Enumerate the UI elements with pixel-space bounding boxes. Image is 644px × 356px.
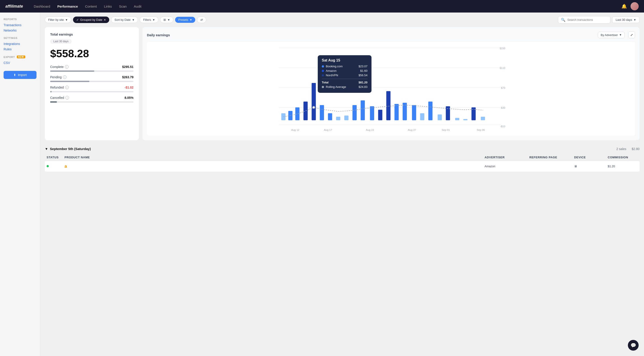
- pending-progress: [50, 81, 134, 82]
- search-icon: 🔍: [561, 18, 566, 22]
- nav-dashboard[interactable]: Dashboard: [34, 4, 50, 8]
- expand-chart-button[interactable]: ⤢: [628, 31, 635, 38]
- svg-text:$70: $70: [501, 87, 506, 89]
- chevron-down-icon: ▼: [190, 18, 192, 21]
- svg-rect-15: [320, 105, 324, 120]
- svg-rect-14: [312, 83, 316, 120]
- complete-progress: [50, 70, 134, 72]
- pending-label: Pending i: [50, 75, 66, 79]
- info-icon[interactable]: i: [65, 65, 68, 69]
- table-row: a Amazon 🖥 $1.20: [45, 161, 640, 172]
- transactions-section: ▼ September 5th (Saturday) 2 sales $2.80…: [45, 144, 640, 172]
- svg-text:Sep 01: Sep 01: [442, 129, 450, 131]
- svg-rect-24: [394, 104, 399, 120]
- svg-point-35: [312, 106, 315, 108]
- sidebar-item-rules[interactable]: Rules: [4, 46, 36, 52]
- sort-by-date-button[interactable]: Sort by Date ▼: [111, 16, 138, 23]
- col-header-referring: Referring Page: [528, 156, 572, 159]
- chart-header: Daily earnings By Advertiser ▼ ⤢: [147, 31, 635, 38]
- svg-rect-16: [328, 113, 332, 120]
- nav-scan[interactable]: Scan: [119, 4, 126, 8]
- settings-icon-button[interactable]: ⇄: [197, 16, 206, 23]
- svg-rect-32: [463, 119, 468, 120]
- close-icon[interactable]: ✕: [104, 18, 106, 21]
- search-box: 🔍: [558, 16, 610, 23]
- svg-rect-20: [361, 100, 365, 120]
- earnings-panel: Total earnings Last 30 days $558.28 Comp…: [45, 27, 139, 140]
- info-icon[interactable]: i: [63, 75, 66, 79]
- nav-audit[interactable]: Audit: [134, 4, 142, 8]
- import-button[interactable]: ⬆ Import: [4, 71, 36, 79]
- sidebar-item-transactions[interactable]: Transactions: [4, 22, 36, 28]
- export-section-title: EXPORT NEW: [4, 55, 36, 58]
- complete-value: $295.51: [122, 65, 134, 69]
- chevron-down-icon: ▼: [65, 18, 68, 21]
- nav-links[interactable]: Links: [104, 4, 112, 8]
- svg-rect-12: [295, 107, 300, 120]
- table-header: Status Product name Advertiser Referring…: [45, 154, 640, 161]
- expand-icon: ⤢: [630, 33, 633, 37]
- row-commission: $1.20: [606, 165, 640, 168]
- row-advertiser: Amazon: [483, 165, 528, 168]
- chart-tooltip: Sat Aug 15 Booking.com $23.07 Amazon: [318, 55, 372, 93]
- col-header-status: Status: [45, 156, 63, 159]
- top-nav: affilimate Dashboard Performance Content…: [0, 0, 644, 12]
- svg-text:$150: $150: [500, 47, 505, 50]
- refunded-label: Refunded i: [50, 86, 69, 89]
- col-header-product: Product name: [63, 156, 483, 159]
- grouped-by-date-button[interactable]: ✓ Grouped by Date ✕: [73, 16, 109, 23]
- group-sales: 2 sales: [616, 147, 626, 151]
- import-label: Import: [18, 73, 27, 77]
- logo: affilimate: [5, 4, 23, 9]
- chart-svg: $150 $110 $70 $30 -$10: [150, 44, 632, 133]
- svg-rect-23: [386, 91, 390, 120]
- total-amount: $558.28: [50, 47, 134, 60]
- sliders-icon: ⇄: [200, 18, 203, 21]
- svg-text:Sep 06: Sep 06: [477, 129, 485, 131]
- sidebar-item-integrations[interactable]: Integrations: [4, 41, 36, 46]
- columns-button[interactable]: ⊞ ▼: [160, 16, 173, 23]
- complete-label: Complete i: [50, 65, 68, 69]
- row-status: [45, 165, 63, 168]
- nav-performance[interactable]: Performance: [57, 4, 78, 8]
- notification-bell-icon[interactable]: 🔔: [622, 3, 627, 9]
- info-icon[interactable]: i: [65, 86, 69, 89]
- by-advertiser-button[interactable]: By Advertiser ▼: [598, 32, 625, 38]
- chevron-down-icon: ▼: [167, 18, 170, 21]
- svg-text:Aug 17: Aug 17: [324, 129, 332, 131]
- main-layout: REPORTS Transactions Networks SETTINGS I…: [0, 12, 644, 356]
- cancelled-value: 8.05%: [124, 96, 134, 100]
- search-input[interactable]: [567, 18, 608, 21]
- avatar[interactable]: [630, 2, 639, 10]
- sidebar-item-networks[interactable]: Networks: [4, 28, 36, 33]
- date-range-button[interactable]: Last 30 days ▼: [612, 16, 640, 23]
- chevron-down-icon: ▼: [634, 18, 636, 21]
- filter-by-site-button[interactable]: Filter by site ▼: [45, 16, 71, 23]
- date-group-header[interactable]: ▼ September 5th (Saturday) 2 sales $2.80: [45, 144, 640, 154]
- svg-text:Aug 22: Aug 22: [366, 129, 374, 131]
- tooltip-total: Total $81.20: [322, 79, 368, 84]
- chevron-down-icon: ▼: [132, 18, 134, 21]
- sidebar: REPORTS Transactions Networks SETTINGS I…: [0, 12, 40, 356]
- cancelled-label: Cancelled i: [50, 96, 69, 100]
- svg-rect-29: [438, 115, 442, 120]
- tooltip-rolling: Rolling Average $24.83: [322, 85, 368, 89]
- stat-row-pending: Pending i $263.79: [50, 75, 134, 79]
- panels-row: Total earnings Last 30 days $558.28 Comp…: [45, 27, 640, 140]
- col-header-advertiser: Advertiser: [483, 156, 528, 159]
- sidebar-item-csv[interactable]: CSV: [4, 60, 36, 65]
- info-icon[interactable]: i: [66, 96, 69, 100]
- chat-bubble-button[interactable]: 💬: [628, 340, 639, 351]
- svg-text:$110: $110: [500, 67, 505, 69]
- nav-right: 🔔: [622, 2, 639, 10]
- svg-rect-21: [370, 106, 374, 120]
- stat-row-cancelled: Cancelled i 8.05%: [50, 96, 134, 100]
- col-header-commission: Commission: [606, 156, 640, 159]
- svg-text:Aug 27: Aug 27: [408, 129, 416, 131]
- tooltip-nordvpn: NordVPN $56.54: [322, 74, 368, 77]
- tooltip-date: Sat Aug 15: [322, 58, 368, 62]
- pending-value: $263.79: [122, 75, 134, 79]
- presets-button[interactable]: Presets ▼: [175, 17, 195, 23]
- nav-content[interactable]: Content: [85, 4, 97, 8]
- filters-button[interactable]: Filters ▼: [140, 16, 158, 23]
